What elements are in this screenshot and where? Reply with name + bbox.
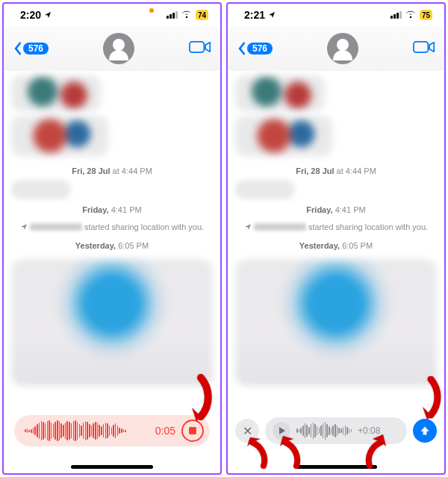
svg-rect-1: [414, 42, 428, 52]
play-audio-button[interactable]: [273, 422, 290, 440]
phone-screenshot-recording: 2:20 74 576: [2, 2, 222, 475]
message-bubble-blurred: [235, 180, 295, 199]
conversation-scroll[interactable]: Fri, 28 Jul at 4:44 PM Friday, 4:41 PM s…: [4, 71, 220, 473]
battery-indicator: 74: [196, 10, 208, 20]
wifi-icon: [181, 9, 193, 21]
status-time: 2:21: [244, 9, 265, 21]
audio-recording-bar: 0:05: [14, 415, 210, 446]
conversation-header: 576: [228, 26, 444, 71]
send-audio-button[interactable]: [413, 419, 437, 443]
location-sharing-notice: started sharing location with you.: [13, 222, 211, 232]
wifi-icon: [405, 9, 417, 21]
location-services-icon: [44, 11, 52, 19]
location-services-icon: [268, 11, 276, 19]
home-indicator[interactable]: [71, 465, 153, 469]
contact-avatar[interactable]: [103, 33, 134, 64]
location-sharing-notice: started sharing location with you.: [237, 222, 435, 232]
recording-waveform: [25, 420, 126, 442]
playback-waveform[interactable]: [296, 420, 352, 442]
facetime-button[interactable]: [413, 40, 435, 57]
conversation-scroll[interactable]: Fri, 28 Jul at 4:44 PM Friday, 4:41 PM s…: [228, 71, 444, 473]
back-button[interactable]: 576: [13, 42, 49, 55]
phone-screenshot-playback: 2:21 75 576: [226, 2, 446, 475]
microphone-active-dot: [149, 8, 154, 13]
message-bubble-blurred: [11, 180, 71, 199]
unread-count-badge: 576: [247, 43, 273, 54]
cellular-signal-icon: [167, 11, 178, 19]
media-attachment-blurred[interactable]: [235, 259, 437, 386]
timestamp-separator: Fri, 28 Jul at 4:44 PM: [4, 166, 220, 175]
recording-elapsed-time: 0:05: [155, 425, 175, 437]
battery-indicator: 75: [420, 10, 432, 20]
message-bubble-blurred: [235, 116, 332, 156]
back-button[interactable]: 576: [237, 42, 273, 55]
timestamp-separator: Yesterday, 6:05 PM: [228, 241, 444, 250]
status-time: 2:20: [20, 9, 41, 21]
home-indicator[interactable]: [295, 465, 377, 469]
stop-recording-button[interactable]: [181, 420, 204, 442]
message-bubble-blurred: [11, 116, 108, 156]
status-bar: 2:21 75: [228, 4, 444, 26]
timestamp-separator: Friday, 4:41 PM: [4, 205, 220, 214]
timestamp-separator: Friday, 4:41 PM: [228, 205, 444, 214]
conversation-header: 576: [4, 26, 220, 71]
facetime-button[interactable]: [189, 40, 211, 57]
status-bar: 2:20 74: [4, 4, 220, 26]
arrow-up-icon: [419, 425, 431, 437]
close-icon: ✕: [243, 424, 252, 438]
unread-count-badge: 576: [23, 43, 49, 54]
message-bubble-blurred: [11, 75, 101, 111]
svg-rect-0: [190, 42, 204, 52]
cancel-audio-button[interactable]: ✕: [235, 419, 259, 443]
message-bubble-blurred: [235, 75, 325, 111]
timestamp-separator: Yesterday, 6:05 PM: [4, 241, 220, 250]
audio-duration: +0:08: [358, 425, 380, 436]
contact-avatar[interactable]: [327, 33, 358, 64]
audio-playback-capsule: +0:08: [265, 417, 407, 444]
timestamp-separator: Fri, 28 Jul at 4:44 PM: [228, 166, 444, 175]
audio-preview-bar: ✕ +0:08: [235, 415, 437, 446]
cellular-signal-icon: [391, 11, 402, 19]
media-attachment-blurred[interactable]: [11, 259, 213, 386]
